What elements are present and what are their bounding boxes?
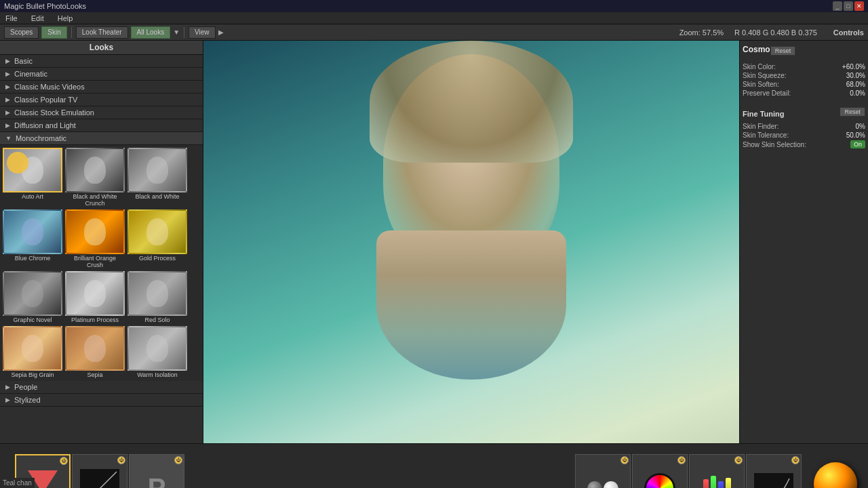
look-sepia[interactable]: Sepia [65,326,125,378]
look-bw[interactable]: Black and White [127,148,187,207]
tool-ranged-hsl[interactable]: ⏻ Ranged HSL [632,454,688,489]
look-graphic-novel[interactable]: Graphic Novel [3,271,62,323]
category-monochromatic[interactable]: ▼ Monochromatic [0,132,203,145]
category-classic-stock[interactable]: ▶ Classic Stock Emulation [0,106,203,119]
category-cinematic[interactable]: ▶ Cinematic [0,68,203,81]
look-thumbnail-gold-process [127,209,187,254]
tool-items-left: ⏻ Cosmo ⏻ Curves [15,454,184,489]
arrow-icon: ▶ [5,70,10,77]
close-button[interactable]: ✕ [854,1,864,11]
tools-sphere [808,457,863,488]
main-area: Looks ▶ Basic ▶ Cinematic ▶ Classic Musi… [0,41,868,443]
app-title: Magic Bullet PhotoLooks [4,2,833,10]
menu-file[interactable]: File [3,14,20,22]
param-preserve-detail: Preserve Detail: 0.0% [743,89,865,98]
power-icon: ⏻ [174,456,182,464]
look-theater-button[interactable]: Look Theater [76,26,128,39]
look-thumbnail-graphic-novel [3,271,62,316]
tools-area: Tools [808,457,863,488]
maximize-button[interactable]: □ [844,1,853,11]
power-icon: ⏻ [620,456,629,464]
look-gold-process[interactable]: Gold Process [127,209,187,268]
arrow-icon: ▶ [5,122,10,129]
canvas-area [203,41,739,443]
toolbar-separator2 [184,27,184,38]
teal-chan-label: Teal chan [0,478,35,488]
on-badge: On [850,140,865,148]
right-panel: Cosmo Reset Skin Color: +60.0% Skin Sque… [739,41,868,443]
tool-colorista[interactable]: ⏻ Colorista 3-Way [575,454,631,489]
arrow-icon: ▶ [5,109,10,116]
look-thumbnail-red-solo [127,271,187,316]
category-stylized[interactable]: ▶ Stylized [0,394,203,407]
param-skin-squeeze: Skin Squeeze: 30.0% [743,71,865,80]
category-classic-music[interactable]: ▶ Classic Music Videos [0,81,203,94]
auto-shoulder-svg [754,473,793,489]
category-people[interactable]: ▶ People [0,381,203,394]
menu-help[interactable]: Help [55,14,76,22]
left-panel: Looks ▶ Basic ▶ Cinematic ▶ Classic Musi… [0,41,203,443]
all-looks-button[interactable]: All Looks [131,26,171,39]
look-auto-art[interactable]: Auto Art [3,148,62,207]
toolbar: Scopes Skin Look Theater All Looks ▼ Vie… [0,24,868,41]
look-brilliant-orange[interactable]: Brilliant Orange Crush [65,209,125,268]
look-thumbnail-platinum [65,271,125,316]
arrow-icon: ▶ [5,83,10,90]
look-sepia-big[interactable]: Sepia Big Grain [3,326,62,378]
main-image [203,41,739,443]
arrow-icon: ▶ [5,58,10,64]
fine-tuning-reset-button[interactable]: Reset [840,107,865,117]
controls-button[interactable]: Controls [833,28,864,37]
category-basic[interactable]: ▶ Basic [0,55,203,68]
tool-chain-area: Looks ⏻ Cosmo ⏻ [0,443,868,488]
look-thumbnail-warm-iso [127,326,187,371]
arrow-icon: ▶ [5,96,10,103]
param-skin-finder: Skin Finder: 0% [743,122,865,131]
look-red-solo[interactable]: Red Solo [127,271,187,323]
category-classic-tv[interactable]: ▶ Classic Popular TV [0,94,203,106]
param-skin-color: Skin Color: +60.0% [743,62,865,71]
look-thumbnail-bw [127,148,187,192]
arrow-icon: ▼ [5,135,12,142]
param-skin-tolerance: Skin Tolerance: 50.0% [743,131,865,140]
look-thumbnail-blue-chrome [3,209,62,254]
power-icon: ⏻ [734,456,743,464]
rgb-values: R 0.408 G 0.480 B 0.375 [734,28,817,37]
param-show-skin: Show Skin Selection: On [743,140,865,149]
scopes-button[interactable]: Scopes [4,26,39,39]
view-button[interactable]: View [189,26,216,39]
titlebar: Magic Bullet PhotoLooks _ □ ✕ [0,0,868,12]
tool-pop[interactable]: ⏻ P Pop [129,454,184,489]
panel-title: Cosmo [743,43,770,56]
zoom-label: Zoom: 57.5% [679,28,724,37]
look-thumbnail-sepia [65,326,125,371]
look-thumbnail-brilliant-orange [65,209,125,254]
curves-svg [80,469,119,489]
window-controls: _ □ ✕ [833,1,864,11]
pop-p-icon: P [148,473,166,488]
look-thumbnail-sepia-big [3,326,62,371]
minimize-button[interactable]: _ [833,1,842,11]
tool-auto-shoulder[interactable]: ⏻ Auto Shoulder [746,454,802,489]
toolbar-separator [71,27,72,38]
cosmo-reset-button[interactable]: Reset [770,46,796,56]
look-blue-chrome[interactable]: Blue Chrome [3,209,62,268]
skin-button[interactable]: Skin [41,26,66,39]
power-icon: ⏻ [791,456,800,464]
tool-curves[interactable]: ⏻ Curves [72,454,127,489]
look-bw-crunch[interactable]: Black and White Crunch [65,148,125,207]
sphere-3d [814,462,857,488]
menu-edit[interactable]: Edit [28,14,47,22]
power-icon: ⏻ [677,456,686,464]
view-arrow[interactable]: ▶ [218,28,224,36]
look-platinum[interactable]: Platinum Process [65,271,125,323]
power-icon: ⏻ [117,456,125,464]
look-thumbnail-auto-art [3,148,62,192]
monochromatic-grid: Auto Art Black and White Crunch Black an… [0,145,203,381]
category-diffusion[interactable]: ▶ Diffusion and Light [0,119,203,132]
arrow-icon: ▶ [5,396,10,403]
look-warm-iso[interactable]: Warm Isolation [127,326,187,378]
dropdown-arrow[interactable]: ▼ [173,28,180,36]
tool-ranged-sat[interactable]: ⏻ Ranged Saturation [689,454,745,489]
fine-tuning-header: Fine Tuning [743,110,785,118]
